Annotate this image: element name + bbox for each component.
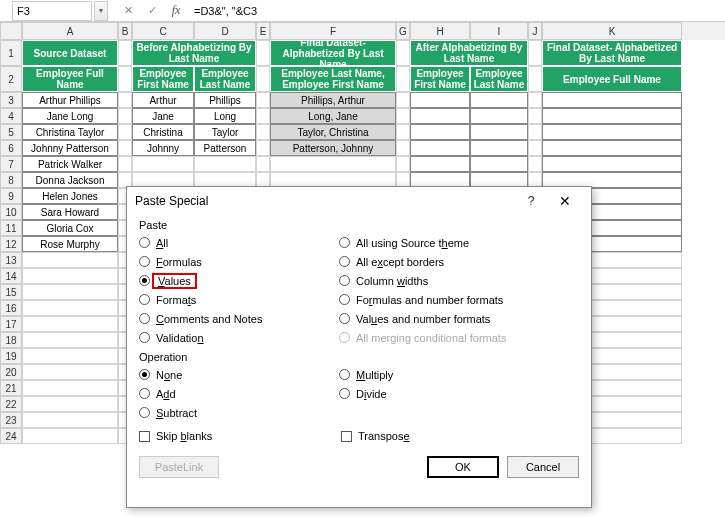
row-header[interactable]: 21 — [0, 380, 22, 396]
row-header[interactable]: 14 — [0, 268, 22, 284]
cell[interactable] — [118, 124, 132, 140]
row-header[interactable]: 10 — [0, 204, 22, 220]
cell[interactable]: Jane Long — [22, 108, 118, 124]
row-header[interactable]: 17 — [0, 316, 22, 332]
radio-all-borders[interactable]: All except borders — [339, 252, 579, 271]
cell[interactable] — [22, 332, 118, 348]
cell[interactable] — [396, 156, 410, 172]
cell[interactable]: Long — [194, 108, 256, 124]
accept-formula-icon[interactable]: ✓ — [140, 1, 164, 21]
col-header-E[interactable]: E — [256, 22, 270, 40]
cell[interactable] — [118, 92, 132, 108]
row-header[interactable]: 23 — [0, 412, 22, 428]
cell[interactable] — [396, 140, 410, 156]
cell[interactable]: Phillips — [194, 92, 256, 108]
cell[interactable]: Helen Jones — [22, 188, 118, 204]
col-header-A[interactable]: A — [22, 22, 118, 40]
row-header[interactable]: 18 — [0, 332, 22, 348]
radio-values[interactable]: Values — [139, 271, 339, 290]
cell[interactable] — [22, 316, 118, 332]
cell[interactable] — [256, 66, 270, 92]
row-header[interactable]: 19 — [0, 348, 22, 364]
cell[interactable] — [256, 92, 270, 108]
radio-val-num[interactable]: Values and number formats — [339, 309, 579, 328]
radio-all[interactable]: All — [139, 233, 339, 252]
cell[interactable]: Patrick Walker — [22, 156, 118, 172]
radio-add[interactable]: Add — [139, 384, 339, 403]
cell[interactable] — [470, 140, 528, 156]
cell[interactable]: Employee Full Name — [542, 66, 682, 92]
col-header-I[interactable]: I — [470, 22, 528, 40]
cell[interactable] — [396, 124, 410, 140]
cell[interactable] — [132, 156, 194, 172]
cell[interactable] — [194, 156, 256, 172]
cell[interactable] — [470, 124, 528, 140]
row-header[interactable]: 6 — [0, 140, 22, 156]
cell[interactable] — [22, 412, 118, 428]
cell[interactable]: Arthur — [132, 92, 194, 108]
radio-divide[interactable]: Divide — [339, 384, 579, 403]
cell[interactable]: Gloria Cox — [22, 220, 118, 236]
cell[interactable] — [22, 268, 118, 284]
cell[interactable] — [528, 140, 542, 156]
select-all-corner[interactable] — [0, 22, 22, 40]
formula-input[interactable]: =D3&", "&C3 — [188, 4, 725, 18]
cell[interactable]: Final Dataset- Alphabetized By Last Name — [542, 40, 682, 66]
cell[interactable] — [256, 108, 270, 124]
col-header-K[interactable]: K — [542, 22, 682, 40]
cell[interactable]: Employee Last Name — [470, 66, 528, 92]
cell[interactable]: Source Dataset — [22, 40, 118, 66]
ok-button[interactable]: OK — [427, 456, 499, 478]
cancel-button[interactable]: Cancel — [507, 456, 579, 478]
cell[interactable] — [22, 380, 118, 396]
cell[interactable] — [528, 124, 542, 140]
cell[interactable]: Donna Jackson — [22, 172, 118, 188]
radio-subtract[interactable]: Subtract — [139, 403, 339, 422]
cell[interactable] — [256, 140, 270, 156]
cell[interactable] — [528, 108, 542, 124]
radio-col-widths[interactable]: Column widths — [339, 271, 579, 290]
cell[interactable] — [22, 284, 118, 300]
cell[interactable]: Long, Jane — [270, 108, 396, 124]
cell[interactable]: Taylor, Christina — [270, 124, 396, 140]
cell[interactable] — [118, 156, 132, 172]
cell[interactable] — [528, 40, 542, 66]
cell[interactable]: Johnny Patterson — [22, 140, 118, 156]
cell[interactable]: Johnny — [132, 140, 194, 156]
name-box[interactable]: F3 — [12, 1, 92, 21]
row-header[interactable]: 20 — [0, 364, 22, 380]
cell[interactable] — [542, 92, 682, 108]
col-header-G[interactable]: G — [396, 22, 410, 40]
radio-all-theme[interactable]: All using Source theme — [339, 233, 579, 252]
cell[interactable]: Patterson, Johnny — [270, 140, 396, 156]
row-header[interactable]: 22 — [0, 396, 22, 412]
cell[interactable]: Employee Last Name, Employee First Name — [270, 66, 396, 92]
cell[interactable]: Employee First Name — [132, 66, 194, 92]
cell[interactable] — [410, 108, 470, 124]
name-box-dropdown[interactable]: ▼ — [94, 1, 108, 21]
row-header[interactable]: 7 — [0, 156, 22, 172]
cell[interactable] — [22, 428, 118, 444]
cell[interactable]: Patterson — [194, 140, 256, 156]
row-header[interactable]: 9 — [0, 188, 22, 204]
cell[interactable] — [118, 108, 132, 124]
cell[interactable]: Sara Howard — [22, 204, 118, 220]
cell[interactable] — [542, 156, 682, 172]
radio-validation[interactable]: Validation — [139, 328, 339, 347]
cell[interactable] — [528, 92, 542, 108]
help-icon[interactable]: ? — [515, 194, 547, 208]
row-header[interactable]: 11 — [0, 220, 22, 236]
cell[interactable] — [528, 156, 542, 172]
radio-formats[interactable]: Formats — [139, 290, 339, 309]
cell[interactable]: Final Dataset- Alphabetized By Last Name — [270, 40, 396, 66]
cell[interactable]: Christina Taylor — [22, 124, 118, 140]
col-header-F[interactable]: F — [270, 22, 396, 40]
cell[interactable] — [22, 252, 118, 268]
cell[interactable] — [542, 140, 682, 156]
row-header[interactable]: 24 — [0, 428, 22, 444]
cell[interactable]: Taylor — [194, 124, 256, 140]
radio-formulas[interactable]: Formulas — [139, 252, 339, 271]
cell[interactable] — [118, 66, 132, 92]
cell[interactable]: Employee Full Name — [22, 66, 118, 92]
row-header[interactable]: 4 — [0, 108, 22, 124]
